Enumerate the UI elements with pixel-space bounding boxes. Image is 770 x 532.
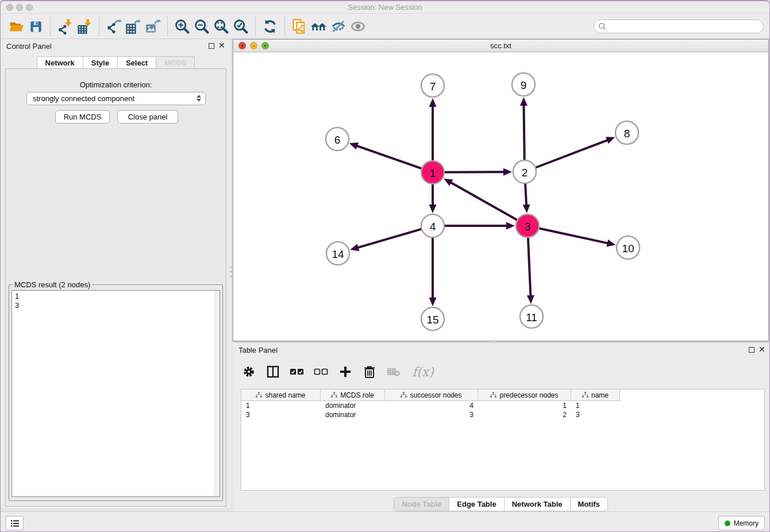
table-header-row: shared nameMCDS rolesuccessor nodesprede… xyxy=(241,390,621,401)
table-cell: dominator xyxy=(321,410,385,419)
column-header[interactable]: predecessor nodes xyxy=(478,390,571,400)
tab-select[interactable]: Select xyxy=(117,56,156,70)
float-panel-icon[interactable] xyxy=(209,43,214,49)
memory-button[interactable]: Memory xyxy=(718,516,765,530)
delete-column-icon[interactable] xyxy=(361,364,378,380)
run-mcds-button[interactable]: Run MCDS xyxy=(55,110,110,124)
toolbar-separator xyxy=(255,17,256,36)
export-network-icon[interactable] xyxy=(104,17,124,36)
select-stepper-icon xyxy=(197,95,201,102)
task-history-button[interactable] xyxy=(6,516,24,530)
column-header[interactable]: successor nodes xyxy=(385,390,478,400)
table-cell: 3 xyxy=(241,410,321,419)
add-column-icon[interactable] xyxy=(337,364,353,380)
mcds-tab-content: Optimization criterion: strongly connect… xyxy=(5,68,226,507)
close-table-panel-icon[interactable]: ✕ xyxy=(759,345,765,353)
toolbar-separator xyxy=(50,17,51,36)
close-panel-icon[interactable]: ✕ xyxy=(218,41,225,49)
table-tabs: Node Table Edge Table Network Table Moti… xyxy=(233,497,769,511)
edge-arrowhead xyxy=(350,244,359,250)
select-all-icon[interactable] xyxy=(289,364,305,380)
import-table-icon[interactable] xyxy=(75,17,94,36)
tab-edge-table[interactable]: Edge Table xyxy=(449,498,503,511)
function-builder-icon: f(x) xyxy=(410,364,436,380)
node-label: 1 xyxy=(430,167,436,179)
vertical-splitter-handle[interactable] xyxy=(230,267,232,277)
table-panel: Table Panel ✕ xyxy=(233,343,769,511)
network-canvas[interactable]: 7968124314101511 xyxy=(234,52,768,341)
zoom-selected-icon[interactable] xyxy=(231,17,251,36)
tab-network[interactable]: Network xyxy=(37,56,83,70)
node-label: 4 xyxy=(430,221,436,233)
table-row[interactable]: 1dominator411 xyxy=(241,401,621,410)
column-type-icon xyxy=(331,392,337,398)
graph-edge[interactable] xyxy=(354,145,422,168)
export-image-icon[interactable] xyxy=(143,17,163,36)
edge-arrowhead xyxy=(523,205,530,213)
show-graphics-icon[interactable] xyxy=(348,17,368,36)
delete-table-icon xyxy=(386,364,402,380)
graph-edge[interactable] xyxy=(448,181,517,220)
node-label: 6 xyxy=(334,134,341,146)
close-panel-button[interactable]: Close panel xyxy=(117,110,178,124)
edge-arrowhead xyxy=(429,205,437,213)
window-title: Session: New Session xyxy=(1,3,769,11)
edge-arrowhead xyxy=(503,168,512,176)
column-header[interactable]: shared name xyxy=(241,390,321,400)
optimization-criterion-select[interactable]: strongly connected component xyxy=(26,92,206,105)
tab-style[interactable]: Style xyxy=(83,56,117,70)
table-cell: dominator xyxy=(321,401,385,410)
table-cell: 1 xyxy=(571,401,620,410)
main-area: Control Panel ✕ Network Style Select MCD… xyxy=(1,39,769,511)
refresh-icon[interactable] xyxy=(260,17,280,36)
zoom-out-icon[interactable] xyxy=(192,17,211,36)
tab-node-table[interactable]: Node Table xyxy=(394,498,449,511)
home-views-icon[interactable] xyxy=(309,17,329,36)
column-type-icon xyxy=(582,392,588,398)
search-input[interactable] xyxy=(594,20,764,33)
zoom-fit-icon[interactable] xyxy=(211,17,231,36)
memory-label: Memory xyxy=(734,519,759,527)
table-cell: 1 xyxy=(241,401,321,410)
network-window-titlebar[interactable]: x − + scc.txt xyxy=(233,40,768,52)
edge-arrowhead xyxy=(506,222,515,230)
edge-arrowhead xyxy=(520,97,528,106)
graph-edge[interactable] xyxy=(355,229,421,249)
graph-edge[interactable] xyxy=(540,228,611,244)
mcds-result-list[interactable]: 1 3 xyxy=(11,290,220,497)
copy-network-icon[interactable] xyxy=(290,17,309,36)
toolbar-separator xyxy=(99,17,99,36)
tab-mcds[interactable]: MCDS xyxy=(156,56,195,70)
tab-motifs[interactable]: Motifs xyxy=(570,498,607,511)
columns-icon[interactable] xyxy=(265,364,281,380)
graph-edge[interactable] xyxy=(536,139,611,168)
table-cell: 3 xyxy=(571,410,620,419)
optimization-criterion-value: strongly connected component xyxy=(33,94,134,103)
float-table-panel-icon[interactable] xyxy=(749,347,754,353)
zoom-in-icon[interactable] xyxy=(172,17,192,36)
table-toolbar: f(x) xyxy=(241,359,436,384)
export-table-icon[interactable] xyxy=(124,17,143,36)
node-label: 3 xyxy=(525,221,531,233)
node-table[interactable]: shared nameMCDS rolesuccessor nodesprede… xyxy=(241,389,765,491)
import-network-icon[interactable] xyxy=(55,17,75,36)
hide-graphics-icon[interactable] xyxy=(329,17,348,36)
titlebar: Session: New Session xyxy=(1,1,769,14)
node-label: 9 xyxy=(521,79,527,91)
mcds-result-line: 1 xyxy=(15,292,220,301)
graph-edge[interactable] xyxy=(528,238,531,299)
table-panel-title: Table Panel xyxy=(238,346,278,354)
graph-edge[interactable] xyxy=(445,172,507,172)
result-scrollbar[interactable] xyxy=(214,291,220,496)
network-window-title: scc.txt xyxy=(233,41,768,50)
gear-icon[interactable] xyxy=(241,364,257,380)
column-header[interactable]: name xyxy=(571,390,620,400)
open-folder-icon[interactable] xyxy=(6,17,26,36)
table-row[interactable]: 3dominator323 xyxy=(241,410,621,419)
column-header[interactable]: MCDS role xyxy=(321,390,385,400)
save-icon[interactable] xyxy=(26,17,45,36)
deselect-all-icon[interactable] xyxy=(313,364,329,380)
tab-network-table[interactable]: Network Table xyxy=(504,498,570,511)
node-label: 11 xyxy=(526,311,537,323)
graph-edge[interactable] xyxy=(523,102,524,160)
